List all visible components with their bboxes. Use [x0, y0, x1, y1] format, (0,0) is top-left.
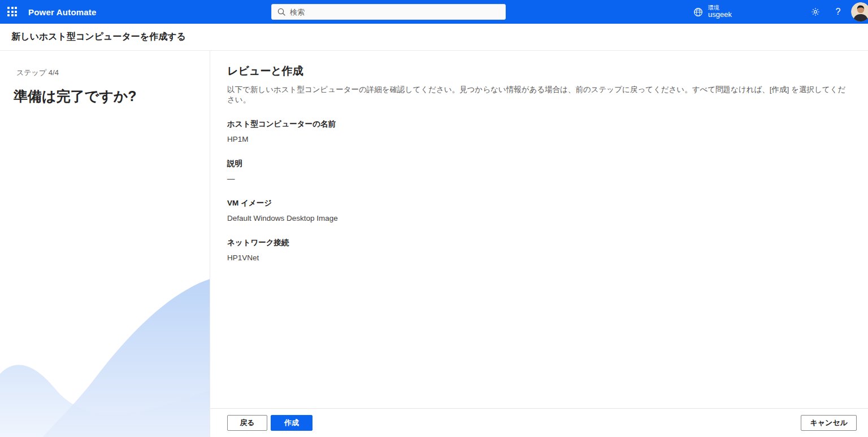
- review-heading: レビューと作成: [227, 64, 851, 78]
- main-content-area: レビューと作成 以下で新しいホスト型コンピューターの詳細を確認してください。見つ…: [210, 51, 868, 437]
- page-title: 新しいホスト型コンピューターを作成する: [11, 31, 186, 43]
- field-value: HP1M: [227, 135, 851, 143]
- app-top-bar: Power Automate 環境 usgeek: [0, 0, 868, 24]
- review-fields: ホスト型コンピューターの名前 HP1M 説明 — VM イメージ Default…: [227, 119, 851, 262]
- field-label: 説明: [227, 159, 851, 169]
- search-icon: [277, 8, 285, 16]
- review-field-vm-image: VM イメージ Default Windows Desktop Image: [227, 198, 851, 222]
- help-icon[interactable]: ?: [831, 0, 845, 24]
- create-button[interactable]: 作成: [271, 415, 313, 431]
- field-label: ホスト型コンピューターの名前: [227, 119, 851, 129]
- user-avatar[interactable]: [851, 2, 868, 21]
- environment-name: usgeek: [708, 11, 732, 19]
- environment-globe-icon: [693, 7, 704, 18]
- decorative-wave-graphic: [0, 273, 210, 437]
- wizard-step-heading: 準備は完了ですか?: [14, 87, 210, 106]
- field-label: VM イメージ: [227, 198, 851, 208]
- environment-picker[interactable]: 環境 usgeek: [693, 0, 732, 24]
- search-box[interactable]: [271, 4, 506, 20]
- field-value: Default Windows Desktop Image: [227, 214, 851, 222]
- search-input[interactable]: [290, 8, 500, 16]
- field-value: HP1VNet: [227, 254, 851, 262]
- back-button[interactable]: 戻る: [227, 415, 267, 431]
- review-description: 以下で新しいホスト型コンピューターの詳細を確認してください。見つからない情報があ…: [227, 85, 851, 105]
- wizard-footer: 戻る 作成 キャンセル: [210, 408, 868, 437]
- field-label: ネットワーク接続: [227, 238, 851, 248]
- review-field-computer-name: ホスト型コンピューターの名前 HP1M: [227, 119, 851, 143]
- settings-gear-icon[interactable]: [807, 0, 824, 24]
- page-title-bar: 新しいホスト型コンピューターを作成する: [0, 24, 868, 51]
- wizard-step-indicator: ステップ 4/4: [16, 68, 210, 78]
- app-name[interactable]: Power Automate: [28, 7, 97, 17]
- review-field-network-connection: ネットワーク接続 HP1VNet: [227, 238, 851, 262]
- review-field-description: 説明 —: [227, 159, 851, 183]
- wizard-step-panel: ステップ 4/4 準備は完了ですか?: [0, 51, 210, 437]
- cancel-button[interactable]: キャンセル: [801, 415, 857, 431]
- waffle-menu-icon[interactable]: [7, 7, 18, 17]
- field-value: —: [227, 174, 851, 183]
